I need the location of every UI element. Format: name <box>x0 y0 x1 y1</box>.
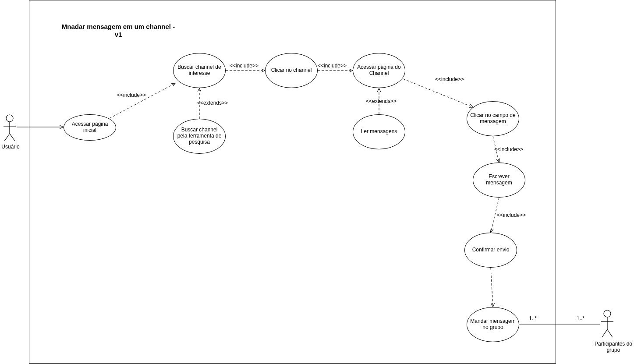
svg-point-5 <box>604 310 611 317</box>
actor-usuario-icon <box>4 115 16 141</box>
usecase-ler-mensagens: Ler mensagens <box>353 114 405 149</box>
usecase-label: Buscar channel pela ferramenta de pesqui… <box>176 127 223 145</box>
usecase-buscar-pesquisa: Buscar channel pela ferramenta de pesqui… <box>173 119 226 154</box>
svg-line-4 <box>10 134 15 141</box>
actor-label-participantes: Participantes do grupo <box>587 341 634 353</box>
actor-participantes-icon <box>601 310 613 337</box>
svg-line-8 <box>602 329 607 337</box>
usecase-label: Buscar channel de interesse <box>176 64 223 77</box>
multiplicity-label: 1..* <box>577 315 584 322</box>
edge-label-extends: <<extends>> <box>366 98 397 104</box>
usecase-acessar-channel: Acessar página do Channel <box>353 53 405 88</box>
edge-label-include: <<include>> <box>497 212 526 218</box>
usecase-clicar-campo: Clicar no campo de mensagem <box>467 101 519 136</box>
svg-point-0 <box>6 115 13 122</box>
svg-line-9 <box>607 329 613 337</box>
edge-label-include: <<include>> <box>318 63 347 69</box>
edge-label-include: <<include>> <box>494 146 523 152</box>
usecase-buscar-interesse: Buscar channel de interesse <box>173 53 226 88</box>
usecase-label: Escrever mensagem <box>476 174 522 186</box>
edge-label-include: <<include>> <box>230 63 259 69</box>
diagram-title: Mnadar mensagem em um channel - v1 <box>61 23 175 39</box>
usecase-escrever: Escrever mensagem <box>473 163 525 198</box>
usecase-label: Confirmar envio <box>472 247 510 253</box>
usecase-mandar-grupo: Mandar mensagem no grupo <box>467 307 519 342</box>
usecase-label: Ler mensagens <box>361 129 397 135</box>
edge-label-extends: <<extends>> <box>197 100 228 106</box>
svg-line-3 <box>4 134 10 141</box>
usecase-acessar-inicial: Acessar página inicial <box>64 114 116 141</box>
usecase-label: Clicar no campo de mensagem <box>470 113 516 125</box>
usecase-label: Clicar no channel <box>271 67 312 74</box>
usecase-label: Acessar página do Channel <box>356 64 402 77</box>
edge-label-include: <<include>> <box>435 76 464 82</box>
usecase-confirmar: Confirmar envio <box>464 233 517 268</box>
edge-label-include: <<include>> <box>117 92 146 98</box>
usecase-label: Mandar mensagem no grupo <box>470 318 516 331</box>
multiplicity-label: 1..* <box>529 315 537 322</box>
actor-label-usuario: Usuário <box>0 144 21 150</box>
diagram-canvas: Mnadar mensagem em um channel - v1 Acess… <box>0 0 634 364</box>
usecase-clicar-channel: Clicar no channel <box>265 53 318 88</box>
usecase-label: Acessar página inicial <box>67 121 113 134</box>
